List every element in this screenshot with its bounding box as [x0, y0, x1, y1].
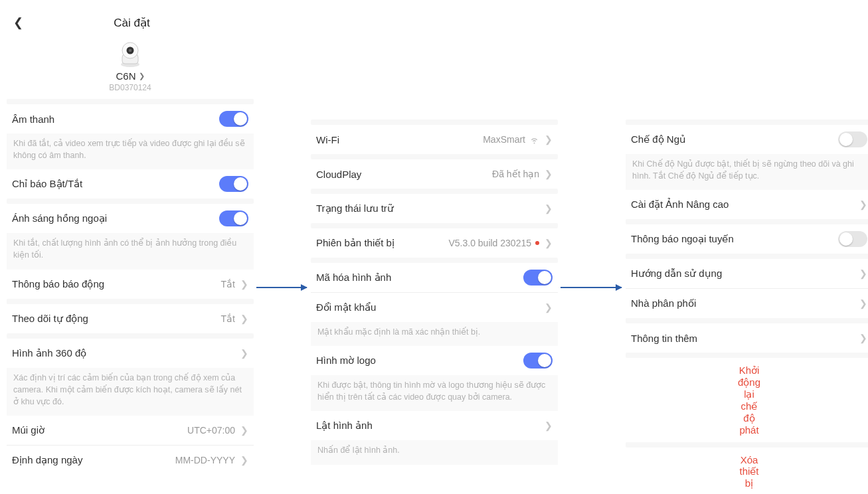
row-wifi[interactable]: Wi-Fi MaxSmart ❯: [311, 125, 558, 154]
row-watermark[interactable]: Hình mờ logo: [311, 346, 558, 375]
row-alarm[interactable]: Thông báo báo động Tắt ❯: [7, 270, 254, 299]
chevron-right-icon: ❯: [859, 298, 867, 309]
section-gap: [7, 333, 254, 339]
firmware-version: V5.3.0 build 230215: [448, 238, 531, 248]
row-label: CloudPlay: [316, 169, 492, 180]
row-label: Âm thanh: [12, 114, 219, 125]
section-gap: [311, 154, 558, 159]
device-name: C6N: [116, 70, 135, 82]
row-desc-password: Mật khẩu mặc định là mã xác nhận thiết b…: [311, 322, 558, 346]
row-desc-audio: Khi đã tắt, cả video xem trực tiếp và vi…: [7, 133, 254, 169]
row-label: Chỉ báo Bật/Tắt: [12, 178, 219, 190]
row-auto-track[interactable]: Theo dõi tự động Tắt ❯: [7, 304, 254, 333]
row-desc-sleep: Khi Chế độ Ngủ được bật, thiết bị sẽ ngừ…: [626, 154, 868, 190]
row-label: Trạng thái lưu trữ: [316, 203, 545, 214]
chevron-right-icon: ❯: [545, 302, 553, 313]
chevron-right-icon: ❯: [240, 279, 248, 289]
header: ❮ Cài đặt: [7, 12, 254, 33]
chevron-right-icon: ❯: [859, 199, 867, 210]
row-more-info[interactable]: Thông tin thêm ❯: [626, 323, 868, 353]
section-gap: [626, 442, 868, 448]
row-status-light[interactable]: Chỉ báo Bật/Tắt: [7, 169, 254, 199]
toggle-sleep[interactable]: [838, 131, 867, 147]
chevron-right-icon: ❯: [859, 333, 867, 343]
row-delete-device[interactable]: Xóa thiết bị: [626, 448, 868, 494]
row-offline-notify[interactable]: Thông báo ngoại tuyến: [626, 224, 868, 254]
row-storage[interactable]: Trạng thái lưu trữ ❯: [311, 194, 558, 223]
toggle-audio[interactable]: [219, 111, 248, 127]
row-change-password[interactable]: Đổi mật khẩu ❯: [311, 293, 558, 322]
toggle-status-light[interactable]: [219, 176, 248, 192]
row-manual[interactable]: Hướng dẫn sử dụng ❯: [626, 259, 868, 288]
row-encrypt[interactable]: Mã hóa hình ảnh: [311, 263, 558, 292]
row-firmware[interactable]: Phiên bản thiết bị V5.3.0 build 230215 ❯: [311, 228, 558, 258]
section-gap: [626, 318, 868, 323]
row-label: Lật hình ảnh: [316, 420, 545, 432]
camera-icon: [116, 40, 144, 68]
row-flip[interactable]: Lật hình ảnh ❯: [311, 411, 558, 440]
row-date-format[interactable]: Định dạng ngày MM-DD-YYYY ❯: [7, 446, 254, 475]
section-gap: [311, 120, 558, 125]
wifi-name: MaxSmart: [483, 134, 525, 145]
row-value: MaxSmart: [483, 134, 539, 145]
row-label: Hình mờ logo: [316, 355, 523, 367]
toggle-offline[interactable]: [838, 231, 867, 247]
device-block[interactable]: C6N ❯ BD0370124: [7, 40, 254, 99]
row-label: Wi-Fi: [316, 134, 483, 145]
row-label: Ánh sáng hồng ngoại: [12, 212, 219, 224]
chevron-right-icon: ❯: [240, 313, 248, 324]
row-advanced-image[interactable]: Cài đặt Ảnh Nâng cao ❯: [626, 190, 868, 219]
page-title: Cài đặt: [10, 16, 254, 30]
toggle-ir[interactable]: [219, 210, 248, 226]
row-audio[interactable]: Âm thanh: [7, 104, 254, 133]
row-ir[interactable]: Ánh sáng hồng ngoại: [7, 204, 254, 233]
chevron-right-icon: ❯: [545, 169, 553, 179]
row-label: Đổi mật khẩu: [316, 301, 545, 313]
row-value: Đã hết hạn: [492, 169, 539, 179]
chevron-right-icon: ❯: [859, 268, 867, 279]
row-desc-ir: Khi tắt, chất lượng hình ảnh có thể bị ả…: [7, 233, 254, 269]
flow-arrow-2: [561, 287, 622, 288]
row-label: Thông tin thêm: [631, 333, 859, 344]
device-name-row[interactable]: C6N ❯: [116, 70, 144, 82]
row-sleep[interactable]: Chế độ Ngủ: [626, 125, 868, 154]
row-label: Hướng dẫn sử dụng: [631, 268, 859, 280]
svg-point-4: [129, 49, 131, 52]
chevron-right-icon: ❯: [240, 455, 248, 465]
row-label: Múi giờ: [12, 424, 187, 436]
chevron-right-icon: ❯: [545, 238, 553, 248]
section-gap: [7, 99, 254, 104]
chevron-right-icon: ❯: [139, 72, 145, 80]
row-value: MM-DD-YYYY: [175, 455, 235, 465]
row-pano[interactable]: Hình ảnh 360 độ ❯: [7, 339, 254, 368]
settings-column-3: Chế độ Ngủ Khi Chế độ Ngủ được bật, thiế…: [626, 120, 868, 494]
row-value: UTC+07:00: [187, 425, 235, 436]
section-gap: [626, 120, 868, 125]
flow-arrow-1: [256, 287, 307, 288]
row-label: Định dạng ngày: [12, 454, 175, 466]
row-desc-pano: Xác định vị trí các cảm biến của bạn tro…: [7, 368, 254, 416]
settings-column-1: ❮ Cài đặt C6N ❯ BD0370124 Âm thanh Khi đ…: [7, 12, 254, 475]
section-gap: [311, 189, 558, 194]
update-dot-icon: [535, 241, 539, 245]
row-timezone[interactable]: Múi giờ UTC+07:00 ❯: [7, 416, 254, 445]
settings-column-2: Wi-Fi MaxSmart ❯ CloudPlay Đã hết hạn ❯ …: [311, 120, 558, 465]
row-distributor[interactable]: Nhà phân phối ❯: [626, 289, 868, 318]
device-serial: BD0370124: [7, 83, 254, 92]
row-desc-flip: Nhấn để lật hình ảnh.: [311, 440, 558, 464]
row-restart[interactable]: Khởi động lại chế độ phát: [626, 358, 868, 442]
section-gap: [626, 219, 868, 224]
toggle-watermark[interactable]: [523, 353, 553, 369]
row-value: V5.3.0 build 230215: [448, 238, 539, 248]
row-value: Tắt: [221, 279, 235, 289]
chevron-right-icon: ❯: [545, 134, 553, 145]
chevron-right-icon: ❯: [545, 203, 553, 214]
delete-label: Xóa thiết bị: [739, 454, 758, 489]
toggle-encrypt[interactable]: [523, 270, 553, 286]
chevron-right-icon: ❯: [545, 420, 553, 431]
row-label: Thông báo ngoại tuyến: [631, 233, 838, 245]
row-label: Theo dõi tự động: [12, 313, 221, 325]
section-gap: [7, 199, 254, 204]
row-cloudplay[interactable]: CloudPlay Đã hết hạn ❯: [311, 159, 558, 189]
row-label: Thông báo báo động: [12, 278, 221, 290]
